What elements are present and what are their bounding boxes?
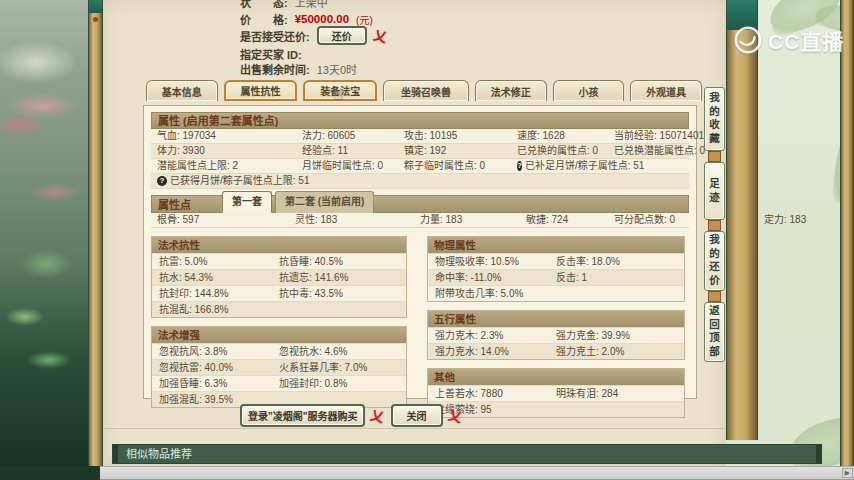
stat-cell: 反击率: 18.0% bbox=[556, 254, 677, 269]
points-set-tab-1[interactable]: 第一套 bbox=[222, 191, 272, 213]
stat-cell: 速度: 1628 bbox=[517, 129, 614, 143]
scroll-right-arrow-icon[interactable]: ▶ bbox=[842, 468, 853, 478]
similar-items-title: 相似物品推荐 bbox=[126, 448, 192, 460]
stat-cell: 月饼临时属性点: 0 bbox=[302, 159, 404, 173]
screen: CC直播 状 态: 上架中 价 格: ¥50000.00 (元) 是否接受还价:… bbox=[0, 0, 854, 480]
bargain-button[interactable]: 还价 bbox=[317, 26, 367, 45]
stat-cell: 抗雷: 5.0% bbox=[159, 254, 279, 269]
sidebar-item-back-to-top[interactable]: 返回顶部 bbox=[704, 302, 725, 362]
stat-cell: 定力: 183 bbox=[764, 213, 806, 227]
stat-text: 体力: 3930 bbox=[157, 144, 205, 158]
game-world-background bbox=[0, 0, 89, 480]
sidebar-item-footprints[interactable]: 足迹 bbox=[704, 162, 725, 220]
floating-side-menu: 我的收藏足迹我的还价返回顶部 bbox=[704, 87, 725, 362]
stat-cell: 强力克土: 2.0% bbox=[556, 344, 677, 359]
panel-row: 附带攻击几率: 5.0% bbox=[428, 285, 684, 301]
price-value: ¥50000.00 bbox=[295, 13, 349, 25]
attributes-card: 属性 (启用第二套属性点) 气血: 197034法力: 60605攻击: 101… bbox=[143, 105, 697, 399]
stat-text: 速度: 1628 bbox=[517, 129, 565, 143]
stat-cell: 抗昏睡: 40.5% bbox=[279, 254, 399, 269]
tab-mount-summon[interactable]: 坐骑召唤兽 bbox=[383, 80, 469, 101]
stat-cell: 加强昏睡: 6.3% bbox=[159, 376, 279, 391]
bargain-label: 是否接受还价: bbox=[240, 28, 310, 44]
stat-cell: 可分配点数: 0 bbox=[614, 213, 764, 227]
window-frame-right bbox=[840, 0, 854, 466]
stat-cell: 反击: 1 bbox=[556, 270, 677, 285]
attribute-points-header: 属性点 第一套第二套 (当前启用) bbox=[151, 195, 689, 213]
question-icon: ? bbox=[517, 161, 522, 171]
stat-cell: 力量: 183 bbox=[420, 213, 526, 227]
stat-text: 力量: 183 bbox=[420, 213, 462, 227]
attribute-row: ?已获得月饼/粽子属性点上限: 51 bbox=[151, 174, 689, 189]
status-value: 上架中 bbox=[295, 0, 328, 10]
question-icon: ? bbox=[157, 176, 167, 186]
stat-cell: 忽视抗风: 3.8% bbox=[159, 344, 279, 359]
stat-cell: 敏捷: 724 bbox=[526, 213, 614, 227]
attribute-points-tabbar: 第一套第二套 (当前启用) bbox=[222, 191, 374, 213]
sidebar-connector bbox=[708, 220, 721, 231]
window-frame-left bbox=[88, 0, 103, 466]
price-unit: (元) bbox=[356, 12, 373, 27]
points-set-tab-2[interactable]: 第二套 (当前启用) bbox=[275, 191, 374, 213]
stat-cell: 强力克金: 39.9% bbox=[556, 328, 677, 343]
attribute-row: 潜能属性点上限: 2月饼临时属性点: 0粽子临时属性点: 0?已补足月饼/粽子属… bbox=[151, 159, 689, 174]
cc-live-logo-icon bbox=[733, 25, 763, 55]
tab-attribute-resist[interactable]: 属性抗性 bbox=[224, 80, 298, 101]
stat-text: 定力: 183 bbox=[764, 213, 806, 227]
panel-row: 强力克水: 14.0%强力克土: 2.0% bbox=[428, 343, 684, 359]
tab-basic-info[interactable]: 基本信息 bbox=[146, 80, 218, 101]
tab-appearance-item[interactable]: 外观道具 bbox=[630, 80, 702, 101]
stat-text: 当前经验: 150714017 bbox=[614, 129, 710, 143]
stat-cell: ?已补足月饼/粽子属性点: 51 bbox=[517, 159, 614, 173]
panel-row: 抗封印: 144.8%抗中毒: 43.5% bbox=[152, 285, 406, 301]
panel-row: 抗雷: 5.0%抗昏睡: 40.5% bbox=[152, 253, 406, 269]
stat-cell: 粽子临时属性点: 0 bbox=[404, 159, 517, 173]
stat-cell: 法力: 60605 bbox=[302, 129, 404, 143]
stat-cell: 当前经验: 150714017 bbox=[614, 129, 710, 143]
stat-text: 粽子临时属性点: 0 bbox=[404, 159, 485, 173]
tab-bar: 基本信息属性抗性装备法宝坐骑召唤兽法术修正小孩外观道具 bbox=[146, 80, 702, 101]
stat-cell: 物理吸收率: 10.5% bbox=[435, 254, 556, 269]
panel-magic-enhance: 法术增强忽视抗风: 3.8%忽视抗水: 4.6%忽视抗雷: 40.0%火系狂暴几… bbox=[151, 326, 407, 408]
close-button[interactable]: 关闭 bbox=[391, 404, 443, 427]
stat-cell: ?已获得月饼/粽子属性点上限: 51 bbox=[157, 174, 683, 188]
stat-cell: 忽视抗水: 4.6% bbox=[279, 344, 399, 359]
stat-text: 法力: 60605 bbox=[302, 129, 355, 143]
stat-cell: 抗混乱: 166.8% bbox=[159, 302, 279, 317]
sidebar-item-my-favorites[interactable]: 我的收藏 bbox=[704, 87, 725, 151]
stat-cell: 经验点: 11 bbox=[302, 144, 404, 158]
stat-cell: 镇定: 192 bbox=[404, 144, 517, 158]
sidebar-connector bbox=[708, 151, 721, 162]
tab-skill-correction[interactable]: 法术修正 bbox=[475, 80, 547, 101]
stat-cell bbox=[279, 302, 399, 317]
stat-cell: 强力克水: 14.0% bbox=[435, 344, 556, 359]
remaining-time-row: 出售剩余时间: 13天0时 bbox=[240, 61, 357, 77]
stat-cell: 抗中毒: 43.5% bbox=[279, 286, 399, 301]
price-row: 价 格: ¥50000.00 (元) bbox=[240, 11, 373, 27]
panel-row: 命中率: -11.0%反击: 1 bbox=[428, 269, 684, 285]
stat-cell bbox=[556, 402, 677, 417]
stat-text: 根骨: 597 bbox=[157, 213, 199, 227]
red-stamp-icon: 乂 bbox=[369, 405, 386, 427]
panel-row: 尘缘萦绕: 95 bbox=[428, 401, 684, 417]
price-label: 价 格: bbox=[240, 11, 288, 27]
stat-cell: 命中率: -11.0% bbox=[435, 270, 556, 285]
stat-cell: 气血: 197034 bbox=[157, 129, 302, 143]
bargain-row: 是否接受还价: 还价 乂 bbox=[240, 26, 387, 45]
buyer-id-row: 指定买家 ID: bbox=[240, 46, 302, 62]
panel-row: 抗混乱: 166.8% bbox=[152, 301, 406, 317]
sidebar-item-my-counter-offer[interactable]: 我的还价 bbox=[704, 231, 725, 291]
panel-row: 忽视抗风: 3.8%忽视抗水: 4.6% bbox=[152, 343, 406, 359]
stat-text: 攻击: 10195 bbox=[404, 129, 457, 143]
stat-text: 已兑换潜能属性点: 0 bbox=[614, 144, 705, 158]
stat-cell: 加强封印: 0.8% bbox=[279, 376, 399, 391]
tab-child[interactable]: 小孩 bbox=[553, 80, 625, 101]
panel-physical: 物理属性物理吸收率: 10.5%反击率: 18.0%命中率: -11.0%反击:… bbox=[427, 236, 685, 302]
stat-text: 潜能属性点上限: 2 bbox=[157, 159, 238, 173]
attribute-points-title: 属性点 bbox=[158, 199, 191, 211]
stat-cell: 火系狂暴几率: 7.0% bbox=[279, 360, 399, 375]
stat-text: 镇定: 192 bbox=[404, 144, 446, 158]
login-server-buy-button[interactable]: 登录"凌烟阁"服务器购买 bbox=[240, 404, 365, 427]
stat-cell: 已兑换的属性点: 0 bbox=[517, 144, 614, 158]
horizontal-scrollbar[interactable]: ▶ bbox=[100, 466, 854, 480]
